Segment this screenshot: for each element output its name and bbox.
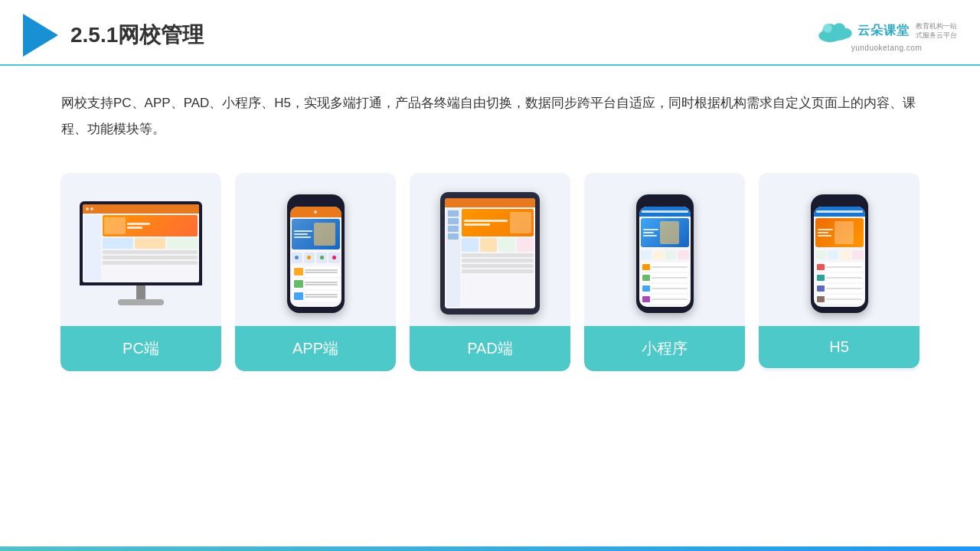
pc-monitor-icon xyxy=(80,201,202,305)
card-pc-label: PC端 xyxy=(60,326,221,371)
tablet-icon xyxy=(440,192,540,315)
brand-cloud: 云朵课堂 教育机构一站式服务云平台 xyxy=(816,19,957,44)
card-pc-image xyxy=(60,173,221,326)
card-miniprogram-label: 小程序 xyxy=(584,326,745,371)
card-pad-label: PAD端 xyxy=(410,326,570,371)
brand-url: yunduoketang.com xyxy=(851,44,923,52)
card-pad-image xyxy=(410,173,570,326)
svg-point-5 xyxy=(823,24,832,33)
brand-name: 云朵课堂 xyxy=(858,23,910,39)
card-pc: PC端 xyxy=(60,173,221,371)
bottom-bar xyxy=(0,546,980,551)
card-h5-image xyxy=(759,173,920,326)
card-app-image xyxy=(235,173,396,326)
card-pad: PAD端 xyxy=(410,173,570,371)
page-title: 2.5.1网校管理 xyxy=(70,21,204,50)
svg-point-4 xyxy=(839,28,852,37)
card-app: APP端 xyxy=(235,173,396,371)
cards-container: PC端 xyxy=(0,158,980,394)
cloud-icon xyxy=(816,19,854,44)
card-miniprogram: 小程序 xyxy=(584,173,745,371)
phone-miniprogram-icon xyxy=(636,194,694,313)
card-h5: H5 xyxy=(759,173,920,371)
card-h5-label: H5 xyxy=(759,326,920,368)
phone-app-icon xyxy=(287,194,345,313)
header: 2.5.1网校管理 云朵课堂 教育机构一站式服务云平台 yunduoketang… xyxy=(0,0,980,66)
header-left: 2.5.1网校管理 xyxy=(23,14,204,57)
phone-h5-icon xyxy=(811,194,868,313)
card-miniprogram-image xyxy=(584,173,745,326)
brand-tagline: 教育机构一站式服务云平台 xyxy=(916,22,957,40)
description-text: 网校支持PC、APP、PAD、小程序、H5，实现多端打通，产品各终端自由切换，数… xyxy=(0,66,980,158)
brand-logo: 云朵课堂 教育机构一站式服务云平台 yunduoketang.com xyxy=(816,19,957,52)
logo-triangle-icon xyxy=(23,14,58,57)
card-app-label: APP端 xyxy=(235,326,396,371)
